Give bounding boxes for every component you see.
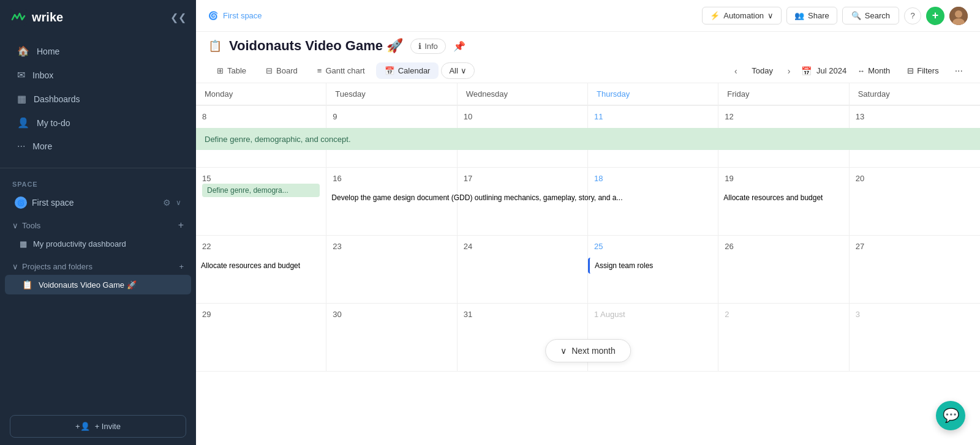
projects-add-icon[interactable]: +	[179, 262, 184, 271]
cal-cell-12[interactable]: 12	[718, 106, 849, 128]
tools-section: ∨ Tools + ▦ My productivity dashboard	[0, 214, 196, 256]
cal-event-define-genre-week2[interactable]: Define genre, demogra...	[202, 184, 320, 197]
dashboards-icon: ▦	[17, 93, 26, 105]
chat-button[interactable]: 💬	[936, 401, 965, 430]
main-content: 🌀 First space ⚡ Automation ∨ 👥 Share 🔍 S…	[196, 0, 980, 445]
table-icon: ⊞	[217, 66, 224, 75]
cal-cell-10[interactable]: 10	[458, 106, 588, 128]
cal-cell-13-bottom[interactable]	[850, 150, 980, 167]
next-month-button[interactable]: ∨ Next month	[545, 339, 631, 362]
tools-add-icon[interactable]: +	[178, 220, 184, 231]
cal-cell-3[interactable]: 3	[850, 304, 980, 371]
cal-cell-24[interactable]: 24	[458, 236, 588, 303]
avatar[interactable]	[949, 7, 968, 25]
calendar-week-2: 15 Define genre, demogra... 16 17 18 19	[196, 168, 980, 236]
cal-event-define-genre-week1[interactable]: Define genre, demographic, and concept.	[196, 128, 980, 150]
share-icon: 👥	[794, 11, 804, 20]
chevron-down-icon[interactable]: ∨	[176, 198, 181, 207]
cal-event-gdd[interactable]: Develop the game design document (GDD) o…	[326, 190, 718, 206]
automation-icon: ⚡	[710, 11, 720, 20]
date-22: 22	[202, 242, 211, 251]
cal-cell-30[interactable]: 30	[326, 304, 457, 371]
tool-dashboard-icon: ▦	[20, 239, 27, 249]
help-button[interactable]: ?	[904, 7, 921, 24]
tab-gantt[interactable]: ≡ Gantt chart	[309, 62, 374, 79]
cal-cell-11-bottom[interactable]	[588, 150, 718, 167]
tools-chevron-icon: ∨	[12, 221, 18, 230]
cal-cell-15[interactable]: 15 Define genre, demogra...	[196, 168, 326, 235]
cal-cell-2[interactable]: 2	[718, 304, 849, 371]
view-tabs: ⊞ Table ⊟ Board ≡ Gantt chart 📅 Calendar…	[196, 59, 980, 83]
board-icon: ⊟	[266, 66, 273, 75]
cal-event-assign-roles[interactable]: Assign team roles	[588, 258, 850, 274]
date-31: 31	[464, 310, 472, 319]
prev-nav-arrow[interactable]: ‹	[728, 64, 743, 78]
next-nav-arrow[interactable]: ›	[782, 64, 796, 78]
sidebar-item-voidonauts[interactable]: 📋 Voidonauts Video Game 🚀	[5, 275, 191, 294]
space-label: Space	[0, 173, 196, 192]
share-button[interactable]: 👥 Share	[786, 7, 837, 24]
sidebar-item-my-todo-label: My to-do	[37, 118, 70, 128]
cal-cell-13[interactable]: 13	[850, 106, 980, 128]
breadcrumb-text: First space	[223, 11, 262, 20]
sidebar-item-my-todo[interactable]: 👤 My to-do	[5, 111, 191, 135]
next-month-label: Next month	[571, 346, 616, 356]
sidebar-collapse-button[interactable]: ❮❮	[170, 12, 186, 23]
filter-icon: ⊟	[907, 66, 914, 75]
cal-cell-29[interactable]: 29	[196, 304, 326, 371]
date-13: 13	[856, 112, 864, 121]
automation-button[interactable]: ⚡ Automation ∨	[702, 7, 782, 24]
sidebar-item-more[interactable]: ··· More	[5, 135, 191, 158]
cal-cell-12-bottom[interactable]	[718, 150, 849, 167]
filters-button[interactable]: ⊟ Filters	[901, 64, 944, 78]
date-10: 10	[464, 112, 472, 121]
cal-cell-8[interactable]: 8	[196, 106, 326, 128]
tab-calendar[interactable]: 📅 Calendar	[376, 62, 439, 79]
cal-event-allocate-week2[interactable]: Allocate resources and budget	[718, 190, 980, 206]
sidebar-item-home[interactable]: 🏠 Home	[5, 39, 191, 63]
wrike-logo-icon	[10, 9, 27, 26]
month-view-button[interactable]: ↔ Month	[851, 64, 896, 78]
cal-cell-27[interactable]: 27	[850, 236, 980, 303]
tab-board[interactable]: ⊟ Board	[257, 62, 306, 79]
add-button[interactable]: +	[926, 7, 944, 25]
cal-header-friday: Friday	[718, 83, 849, 105]
cal-cell-8-bottom[interactable]	[196, 150, 326, 167]
calendar-nav: ‹ Today › 📅 Jul 2024 ↔ Month ⊟ Filters ·…	[728, 63, 968, 79]
tab-table[interactable]: ⊞ Table	[208, 62, 255, 79]
sidebar-item-my-productivity[interactable]: ▦ My productivity dashboard	[0, 234, 196, 253]
calendar-body: Monday Tuesday Wednesday Thursday Friday…	[196, 83, 980, 372]
cal-cell-11[interactable]: 11	[588, 106, 718, 128]
sidebar-item-dashboards-label: Dashboards	[34, 94, 80, 104]
sidebar-item-inbox[interactable]: ✉ Inbox	[5, 63, 191, 87]
today-button[interactable]: Today	[745, 64, 779, 78]
date-9: 9	[333, 112, 337, 121]
sidebar: wrike ❮❮ 🏠 Home ✉ Inbox ▦ Dashboards 👤 M…	[0, 0, 196, 445]
cal-cell-9-bottom[interactable]	[326, 150, 457, 167]
cal-cell-10-bottom[interactable]	[458, 150, 588, 167]
projects-section: ∨ Projects and folders + 📋 Voidonauts Vi…	[0, 256, 196, 297]
projects-header[interactable]: ∨ Projects and folders +	[0, 258, 196, 275]
cal-cell-9[interactable]: 9	[326, 106, 457, 128]
more-options-button[interactable]: ···	[950, 63, 968, 79]
gear-icon[interactable]: ⚙	[163, 198, 171, 208]
space-name: First space	[32, 198, 74, 208]
search-label: Search	[865, 11, 890, 20]
all-filter-button[interactable]: All ∨	[441, 62, 474, 79]
sidebar-space-item[interactable]: 🌀 First space ⚙ ∨	[5, 192, 191, 214]
cal-event-allocate-week3[interactable]: Allocate resources and budget	[196, 258, 458, 274]
date-3: 3	[856, 310, 860, 319]
sidebar-item-dashboards[interactable]: ▦ Dashboards	[5, 87, 191, 111]
gantt-icon: ≡	[317, 66, 322, 75]
date-24: 24	[464, 242, 472, 251]
date-25: 25	[594, 242, 603, 251]
calendar-month-icon: 📅	[801, 66, 812, 76]
calendar-week-3: 22 23 24 25 26 27 Alloc	[196, 236, 980, 304]
home-icon: 🏠	[17, 45, 29, 57]
pin-icon[interactable]: 📌	[453, 40, 466, 52]
search-button[interactable]: 🔍 Search	[842, 7, 899, 24]
info-badge[interactable]: ℹ Info	[410, 39, 446, 54]
invite-button[interactable]: +👤 + Invite	[10, 415, 186, 438]
tab-calendar-label: Calendar	[398, 66, 431, 75]
tools-header[interactable]: ∨ Tools +	[0, 216, 196, 234]
